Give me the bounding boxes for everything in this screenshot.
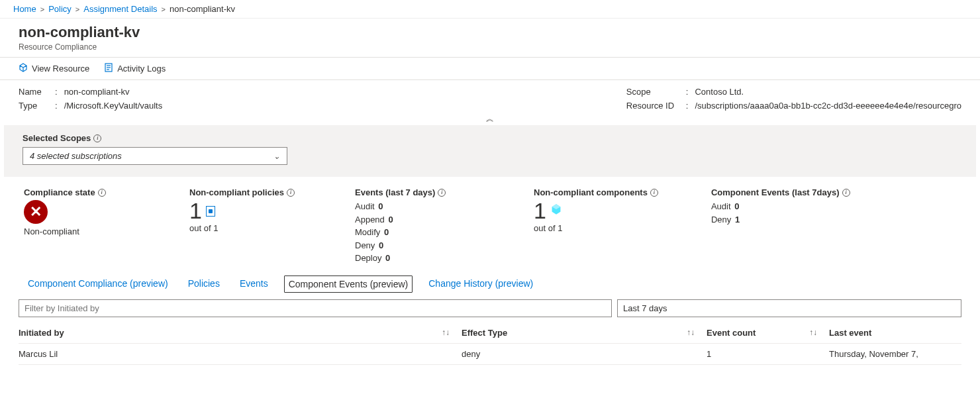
resource-id-value: /subscriptions/aaaa0a0a-bb1b-cc2c-dd3d-e… (695, 101, 961, 111)
non-compliant-icon: ✕ (24, 200, 48, 224)
tab-events[interactable]: Events (236, 275, 272, 293)
type-label: Type (19, 101, 48, 111)
chevron-down-icon: ⌄ (273, 152, 280, 161)
cell-effect-type: deny (462, 349, 707, 359)
chevron-right-icon: > (75, 5, 79, 13)
non-compliant-components-sub: out of 1 (534, 223, 658, 233)
deny-value: 0 (379, 240, 383, 250)
selected-scopes-section: Selected Scopes i 4 selected subscriptio… (4, 125, 976, 177)
sort-icon[interactable]: ↑↓ (809, 328, 817, 337)
cell-event-count: 1 (707, 349, 829, 359)
col-effect-type[interactable]: Effect Type (462, 328, 507, 338)
chevrons-up-icon: ︽ (486, 114, 494, 123)
page-subtitle: Resource Compliance (19, 42, 961, 52)
view-resource-label: View Resource (32, 64, 89, 74)
filter-date-range-dropdown[interactable]: Last 7 days (617, 299, 961, 317)
col-last-event[interactable]: Last event (829, 328, 871, 338)
col-event-count[interactable]: Event count (707, 328, 756, 338)
breadcrumb-assignment-details[interactable]: Assignment Details (83, 4, 157, 14)
stats-row: Compliance state i ✕ Non-compliant Non-c… (0, 177, 980, 273)
toolbar: View Resource Activity Logs (0, 58, 980, 80)
cell-initiated-by: Marcus Lil (19, 349, 462, 359)
audit-label: Audit (355, 201, 375, 211)
deploy-value: 0 (385, 253, 390, 263)
resource-id-label: Resource ID (626, 101, 679, 111)
log-icon (104, 63, 113, 74)
append-label: Append (355, 215, 385, 225)
audit-value: 0 (734, 201, 739, 211)
breadcrumb-home[interactable]: Home (13, 4, 36, 14)
info-icon[interactable]: i (98, 189, 106, 197)
cube-icon (550, 203, 562, 219)
name-value: non-compliant-kv (64, 87, 130, 97)
deny-value: 1 (735, 215, 740, 225)
events-7days-title: Events (last 7 days) (355, 187, 435, 197)
non-compliant-components-value: 1 (534, 199, 546, 223)
stat-component-events-7days: Component Events (last 7days) i Audit 0 … (691, 187, 870, 265)
audit-value: 0 (378, 201, 383, 211)
stat-non-compliant-policies: Non-compliant policies i 1 out of 1 (170, 187, 322, 265)
deploy-label: Deploy (355, 253, 381, 263)
modify-label: Modify (355, 227, 380, 237)
sort-icon[interactable]: ↑↓ (442, 328, 450, 337)
cell-last-event: Thursday, November 7, (829, 349, 961, 359)
activity-logs-label: Activity Logs (117, 64, 166, 74)
events-table: Initiated by ↑↓ Effect Type ↑↓ Event cou… (0, 323, 980, 365)
tab-component-events[interactable]: Component Events (preview) (284, 275, 413, 293)
cube-outline-icon (19, 63, 28, 74)
page-title: non-compliant-kv (19, 24, 961, 41)
component-events-7days-title: Component Events (last 7days) (711, 187, 840, 197)
stat-compliance-state: Compliance state i ✕ Non-compliant (4, 187, 156, 265)
compliance-state-value: Non-compliant (24, 226, 136, 236)
sort-icon[interactable]: ↑↓ (687, 328, 695, 337)
compliance-state-title: Compliance state (24, 187, 95, 197)
append-value: 0 (388, 215, 393, 225)
breadcrumb-current: non-compliant-kv (170, 4, 235, 14)
non-compliant-policies-value: 1 (189, 199, 202, 223)
info-icon[interactable]: i (438, 189, 446, 197)
scope-label: Scope (626, 87, 679, 97)
stat-non-compliant-components: Non-compliant components i 1 out of 1 (514, 187, 678, 265)
table-header-row: Initiated by ↑↓ Effect Type ↑↓ Event cou… (19, 323, 961, 344)
tab-change-history[interactable]: Change History (preview) (424, 275, 537, 293)
non-compliant-policies-sub: out of 1 (189, 223, 302, 233)
filter-initiated-by-input[interactable] (19, 299, 612, 317)
tabs: Component Compliance (preview) Policies … (0, 273, 980, 293)
info-icon[interactable]: i (650, 189, 658, 197)
audit-label: Audit (711, 201, 731, 211)
properties-pane: Name : non-compliant-kv Type : /Microsof… (0, 80, 980, 115)
selected-scopes-label: Selected Scopes (23, 133, 91, 143)
scope-value: Contoso Ltd. (695, 87, 744, 97)
deny-label: Deny (711, 215, 731, 225)
non-compliant-policies-title: Non-compliant policies (189, 187, 284, 197)
activity-logs-button[interactable]: Activity Logs (104, 63, 166, 74)
page-header: non-compliant-kv Resource Compliance (0, 19, 980, 57)
info-icon[interactable]: i (287, 189, 295, 197)
selected-scopes-value: 4 selected subscriptions (30, 151, 122, 161)
policy-doc-icon (206, 206, 215, 217)
filter-date-range-value: Last 7 days (623, 303, 667, 313)
type-value: /Microsoft.KeyVault/vaults (64, 101, 163, 111)
chevron-right-icon: > (40, 5, 44, 13)
stat-events-7days: Events (last 7 days) i Audit 0 Append 0 … (335, 187, 501, 265)
tab-policies[interactable]: Policies (184, 275, 224, 293)
filter-row: Last 7 days (0, 293, 980, 323)
chevron-right-icon: > (162, 5, 166, 13)
table-row[interactable]: Marcus Lil deny 1 Thursday, November 7, (19, 344, 961, 365)
info-icon[interactable]: i (842, 189, 850, 197)
info-icon[interactable]: i (93, 134, 101, 142)
selected-scopes-dropdown[interactable]: 4 selected subscriptions ⌄ (23, 147, 287, 165)
breadcrumb-policy[interactable]: Policy (48, 4, 72, 14)
collapse-toggle[interactable]: ︽ (0, 115, 980, 123)
view-resource-button[interactable]: View Resource (19, 63, 89, 74)
col-initiated-by[interactable]: Initiated by (19, 328, 64, 338)
breadcrumb: Home > Policy > Assignment Details > non… (0, 0, 980, 19)
non-compliant-components-title: Non-compliant components (534, 187, 648, 197)
deny-label: Deny (355, 240, 375, 250)
name-label: Name (19, 87, 48, 97)
tab-component-compliance[interactable]: Component Compliance (preview) (24, 275, 172, 293)
modify-value: 0 (384, 227, 389, 237)
